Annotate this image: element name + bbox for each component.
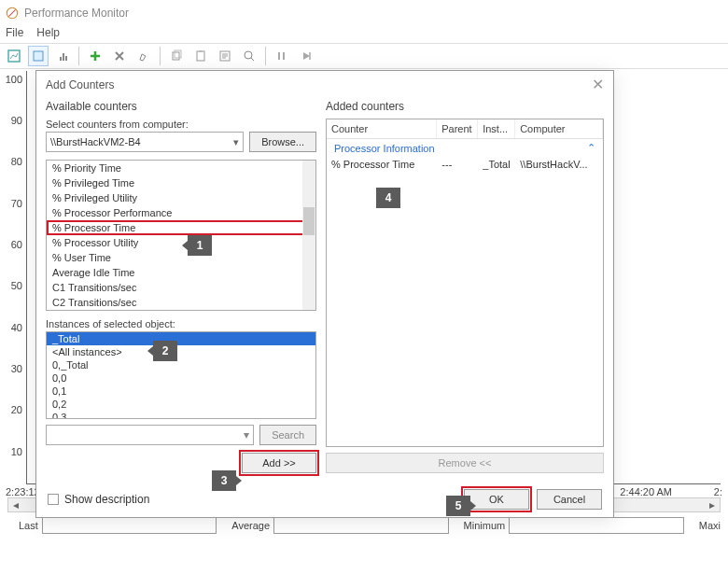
y-label: 90 [11, 115, 22, 126]
zoom-icon[interactable] [239, 46, 259, 66]
listbox-scrollbar[interactable] [302, 161, 315, 310]
toolbar [0, 43, 728, 69]
counter-group-row[interactable]: Processor Information ⌃ [327, 139, 603, 157]
status-row: Last Average Minimum Maxi [7, 516, 721, 535]
y-label: 100 [6, 74, 22, 85]
callout-2: 2 [153, 341, 177, 361]
show-description-checkbox[interactable] [48, 494, 59, 505]
delete-icon[interactable] [109, 46, 130, 66]
x-time-right: 2:44:20 AM [620, 486, 672, 497]
counter-item[interactable]: % Priority Time [47, 161, 315, 175]
y-label: 60 [11, 239, 22, 250]
freeze-icon[interactable] [272, 46, 292, 66]
add-icon[interactable] [85, 46, 105, 66]
browse-button[interactable]: Browse... [249, 132, 316, 152]
group-name: Processor Information [334, 143, 435, 154]
select-computer-label: Select counters from computer: [46, 119, 316, 130]
row-counter: % Processor Time [327, 159, 437, 170]
instance-item-total[interactable]: _Total [47, 332, 315, 345]
available-counters-label: Available counters [46, 100, 316, 113]
computer-select[interactable]: \\BurstHackVM2-B4 ▾ [46, 132, 244, 152]
callout-1: 1 [188, 235, 212, 256]
instance-item[interactable]: 0,2 [47, 398, 315, 411]
counter-item[interactable]: Average Idle Time [47, 265, 315, 280]
added-header: Counter Parent Inst... Computer [327, 119, 603, 139]
stat-max-label: Maxi [699, 520, 721, 531]
added-counter-row[interactable]: % Processor Time --- _Total \\BurstHackV… [327, 157, 603, 172]
remove-button[interactable]: Remove << [326, 453, 604, 473]
chevron-down-icon: ▾ [244, 428, 249, 441]
counter-item[interactable]: % User Time [47, 250, 315, 265]
stat-min-value [509, 517, 684, 534]
col-parent[interactable]: Parent [437, 119, 478, 138]
stat-avg-label: Average [231, 520, 270, 531]
y-axis: 100 90 80 70 60 50 40 30 20 10 [0, 71, 26, 484]
added-counters-label: Added counters [326, 100, 604, 113]
highlight-icon[interactable] [133, 46, 154, 66]
stat-min-label: Minimum [464, 520, 506, 531]
col-counter[interactable]: Counter [327, 119, 437, 138]
instances-label: Instances of selected object: [46, 318, 316, 329]
counter-item[interactable]: % Privileged Utility [47, 190, 315, 205]
copy-icon[interactable] [166, 46, 187, 66]
y-label: 80 [11, 156, 22, 167]
svg-rect-4 [175, 50, 181, 58]
dialog-footer: Show description OK Cancel [36, 481, 613, 517]
y-label: 20 [11, 404, 22, 415]
y-label: 70 [11, 198, 22, 209]
instances-listbox[interactable]: _Total <All instances> 0,_Total 0,0 0,1 … [46, 331, 316, 419]
counter-item[interactable]: % Processor Utility [47, 235, 315, 250]
menubar: File Help [0, 26, 728, 43]
instance-item[interactable]: 0,3 [47, 411, 315, 419]
properties-icon[interactable] [215, 46, 235, 66]
counter-item[interactable]: C1 Transitions/sec [47, 280, 315, 295]
add-counters-dialog: Add Counters ✕ Available counters Select… [35, 70, 614, 518]
instance-item[interactable]: 0,0 [47, 371, 315, 385]
titlebar: Performance Monitor [0, 0, 728, 26]
scroll-right-icon[interactable]: ▸ [705, 498, 720, 511]
y-label: 50 [11, 280, 22, 291]
view-report-icon[interactable] [52, 46, 73, 66]
stat-last-value [42, 517, 217, 534]
added-counters-panel: Counter Parent Inst... Computer Processo… [326, 119, 604, 447]
counter-item[interactable]: C2 Transitions/sec [47, 295, 315, 310]
app-title: Performance Monitor [24, 7, 129, 20]
computer-select-value: \\BurstHackVM2-B4 [50, 136, 141, 147]
svg-point-8 [245, 51, 252, 59]
col-computer[interactable]: Computer [515, 119, 603, 138]
instance-item[interactable]: 0,1 [47, 385, 315, 398]
y-label: 10 [11, 446, 22, 457]
app-icon [6, 7, 19, 20]
update-icon[interactable] [296, 46, 316, 66]
col-instance[interactable]: Inst... [478, 119, 515, 138]
scroll-left-icon[interactable]: ◂ [8, 498, 23, 511]
callout-5: 5 [446, 496, 470, 516]
instance-item[interactable]: 0,_Total [47, 358, 315, 371]
close-icon[interactable]: ✕ [592, 76, 604, 93]
paste-icon[interactable] [190, 46, 211, 66]
dialog-titlebar: Add Counters ✕ [36, 71, 613, 98]
counters-listbox[interactable]: % Priority Time % Privileged Time % Priv… [46, 160, 316, 311]
stat-last-label: Last [19, 520, 38, 531]
cancel-button[interactable]: Cancel [537, 489, 602, 510]
chevron-down-icon: ▾ [233, 136, 239, 148]
show-description-label: Show description [64, 493, 149, 506]
menu-file[interactable]: File [6, 26, 23, 43]
svg-rect-6 [199, 50, 203, 52]
svg-rect-3 [173, 52, 179, 60]
collapse-icon[interactable]: ⌃ [587, 142, 595, 154]
y-label: 40 [11, 322, 22, 333]
search-button[interactable]: Search [259, 425, 316, 445]
add-button[interactable]: Add >> [242, 453, 316, 473]
counter-item[interactable]: % Privileged Time [47, 175, 315, 190]
instance-search-input[interactable]: ▾ [46, 425, 254, 445]
view-current-icon[interactable] [4, 46, 24, 66]
row-instance: _Total [478, 159, 515, 170]
instance-item[interactable]: <All instances> [47, 345, 315, 358]
counter-item[interactable]: % Processor Performance [47, 205, 315, 220]
dialog-title: Add Counters [46, 78, 114, 91]
counter-item-processor-time[interactable]: % Processor Time [47, 220, 315, 235]
view-log-icon[interactable] [28, 46, 49, 66]
menu-help[interactable]: Help [36, 26, 60, 43]
svg-rect-2 [34, 51, 43, 61]
